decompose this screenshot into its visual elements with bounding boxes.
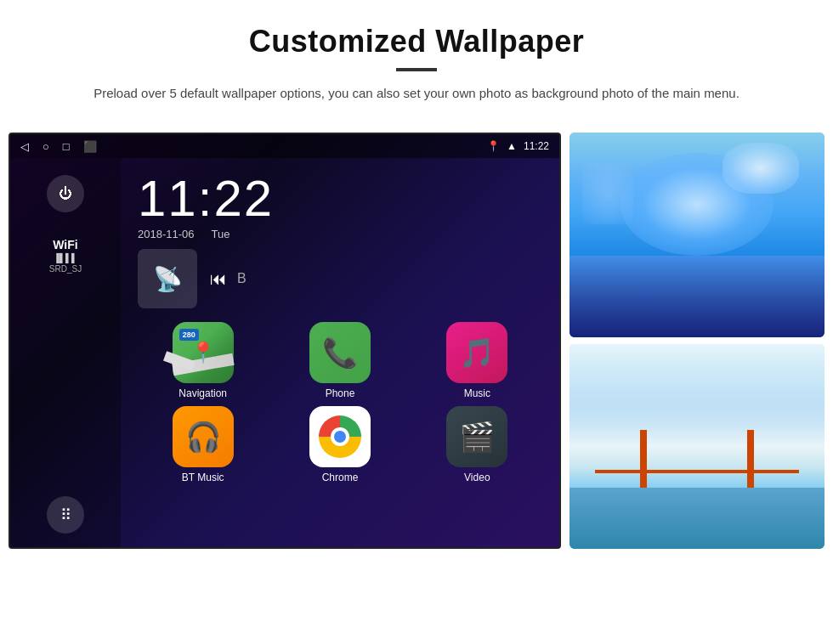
android-screen: ◁ ○ □ ⬛ 📍 ▲ 11:22 ⏻ WiFi bbox=[8, 133, 561, 549]
recent-icon[interactable]: □ bbox=[63, 140, 70, 153]
gg-bridge bbox=[595, 415, 799, 487]
video-label: Video bbox=[464, 472, 490, 483]
app-navigation[interactable]: 280 📍 Navigation bbox=[138, 322, 268, 399]
app-bt-music[interactable]: 🎧 BT Music bbox=[138, 406, 268, 483]
content-area: ◁ ○ □ ⬛ 📍 ▲ 11:22 ⏻ WiFi bbox=[0, 117, 833, 549]
nav-pin-icon: 📍 bbox=[190, 341, 216, 364]
screenshot-icon[interactable]: ⬛ bbox=[83, 140, 97, 153]
phone-icon: 📞 bbox=[322, 336, 358, 370]
wifi-info: WiFi ▐▌▌▌ SRD_SJ bbox=[49, 238, 82, 274]
status-time: 11:22 bbox=[524, 140, 549, 152]
app-grid: 280 📍 Navigation 📞 Phone bbox=[121, 315, 559, 490]
media-controls: ⏮ B bbox=[210, 269, 246, 289]
prev-button[interactable]: ⏮ bbox=[210, 269, 227, 289]
bt-music-label: BT Music bbox=[182, 472, 224, 483]
android-main: 11:22 2018-11-06 Tue 📡 ⏮ B bbox=[121, 158, 559, 549]
app-phone[interactable]: 📞 Phone bbox=[275, 322, 405, 399]
back-icon[interactable]: ◁ bbox=[20, 140, 29, 153]
day-value: Tue bbox=[212, 228, 230, 240]
gg-tower-right bbox=[747, 430, 754, 487]
signal-icon: ▲ bbox=[507, 140, 517, 152]
date-value: 2018-11-06 bbox=[138, 228, 195, 240]
android-sidebar: ⏻ WiFi ▐▌▌▌ SRD_SJ ⠿ bbox=[10, 158, 121, 549]
clock-area: 11:22 2018-11-06 Tue bbox=[121, 158, 559, 249]
status-left: ◁ ○ □ ⬛ bbox=[20, 140, 97, 153]
media-strip: 📡 ⏮ B bbox=[121, 249, 559, 315]
bt-music-icon: 🎧 bbox=[185, 420, 221, 454]
ice-cave-detail bbox=[570, 256, 824, 337]
nav-badge: 280 bbox=[179, 329, 199, 341]
ice-cave-bg bbox=[570, 133, 824, 337]
nav-label: Navigation bbox=[178, 387, 227, 399]
video-icon: 🎬 bbox=[459, 420, 495, 454]
gg-deck bbox=[595, 470, 799, 473]
app-chrome[interactable]: Chrome bbox=[275, 406, 405, 483]
ice-highlight-2 bbox=[582, 163, 633, 224]
ice-highlight-1 bbox=[722, 143, 799, 194]
page-description: Preload over 5 default wallpaper options… bbox=[85, 83, 748, 104]
phone-label: Phone bbox=[326, 387, 355, 399]
wifi-bars: ▐▌▌▌ bbox=[49, 253, 82, 263]
clock-date: 2018-11-06 Tue bbox=[138, 228, 542, 240]
media-wifi-icon: 📡 bbox=[153, 265, 183, 293]
app-music[interactable]: 🎵 Music bbox=[412, 322, 542, 399]
apps-button[interactable]: ⠿ bbox=[47, 496, 84, 534]
android-body: ⏻ WiFi ▐▌▌▌ SRD_SJ ⠿ 11:22 2018-11-06 bbox=[10, 158, 559, 549]
gg-fog bbox=[570, 344, 824, 426]
wifi-label: WiFi bbox=[49, 238, 82, 251]
power-button[interactable]: ⏻ bbox=[47, 175, 84, 212]
golden-gate-bg bbox=[570, 344, 824, 549]
wallpaper-ice-cave[interactable] bbox=[570, 133, 824, 337]
wallpaper-golden-gate[interactable] bbox=[570, 344, 824, 549]
gg-water bbox=[570, 488, 824, 549]
gg-tower-left bbox=[640, 430, 647, 487]
app-video[interactable]: 🎬 Video bbox=[412, 406, 542, 483]
chrome-circle bbox=[319, 415, 361, 458]
page-container: Customized Wallpaper Preload over 5 defa… bbox=[0, 0, 833, 549]
status-bar: ◁ ○ □ ⬛ 📍 ▲ 11:22 bbox=[10, 134, 559, 158]
media-icon-box: 📡 bbox=[138, 249, 197, 308]
title-divider bbox=[396, 68, 437, 71]
page-title: Customized Wallpaper bbox=[51, 24, 782, 59]
chrome-label: Chrome bbox=[322, 472, 359, 483]
location-icon: 📍 bbox=[487, 140, 500, 152]
wifi-ssid: SRD_SJ bbox=[49, 264, 82, 274]
wallpaper-previews bbox=[570, 133, 824, 549]
next-button[interactable]: B bbox=[237, 271, 246, 286]
clock-time: 11:22 bbox=[138, 173, 542, 224]
music-label: Music bbox=[464, 387, 490, 399]
home-icon[interactable]: ○ bbox=[42, 140, 49, 153]
status-right: 📍 ▲ 11:22 bbox=[487, 140, 549, 152]
page-header: Customized Wallpaper Preload over 5 defa… bbox=[0, 0, 833, 117]
music-icon: 🎵 bbox=[459, 336, 495, 370]
